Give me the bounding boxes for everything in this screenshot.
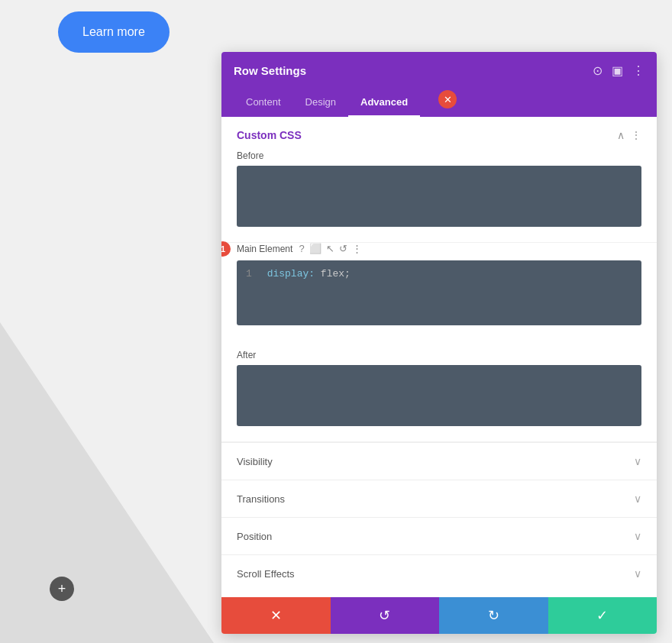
close-icon: ✕ — [444, 94, 452, 105]
undo-button[interactable]: ↺ — [331, 597, 440, 634]
transitions-title: Transitions — [237, 493, 285, 505]
before-css-input[interactable] — [237, 166, 641, 227]
chevron-down-icon: ∨ — [634, 455, 641, 467]
transitions-section[interactable]: Transitions ∨ — [221, 480, 657, 517]
code-value: flex; — [321, 268, 351, 279]
add-button[interactable]: + — [50, 577, 74, 601]
position-title: Position — [237, 531, 272, 542]
panel-header-icons: ⊙ ▣ ⋮ — [593, 63, 645, 78]
close-button[interactable]: ✕ — [438, 90, 457, 108]
reset-icon[interactable]: ↺ — [339, 243, 347, 254]
screenshot-icon[interactable]: ⊙ — [593, 63, 603, 78]
main-element-icons: ? ⬜ ↖ ↺ ⋮ — [299, 243, 361, 254]
tab-design[interactable]: Design — [293, 89, 348, 117]
redo-icon: ↻ — [488, 607, 499, 624]
main-element-header: 1 Main Element ? ⬜ ↖ ↺ ⋮ — [237, 243, 641, 254]
code-property: display: — [267, 268, 321, 279]
more-options-icon[interactable]: ⋮ — [352, 243, 362, 254]
line-number: 1 — [246, 268, 252, 279]
before-label: Before — [237, 150, 641, 161]
copy-icon[interactable]: ⬜ — [309, 243, 321, 254]
cursor-icon[interactable]: ↖ — [326, 243, 334, 254]
after-css-input[interactable] — [237, 365, 641, 426]
undo-icon: ↺ — [379, 607, 390, 624]
collapse-icon[interactable]: ∧ — [617, 129, 625, 141]
position-section[interactable]: Position ∨ — [221, 517, 657, 554]
background-shape — [0, 322, 214, 643]
tab-advanced[interactable]: Advanced — [348, 89, 420, 117]
panel-title: Row Settings — [234, 64, 306, 77]
chevron-down-icon: ∨ — [634, 567, 641, 580]
redo-button[interactable]: ↻ — [439, 597, 548, 634]
after-label: After — [237, 350, 641, 360]
cancel-icon: ✕ — [270, 607, 282, 624]
save-icon: ✓ — [596, 607, 608, 624]
plus-icon: + — [58, 581, 66, 597]
cancel-button[interactable]: ✕ — [221, 597, 331, 634]
main-element-label: Main Element — [237, 244, 292, 254]
options-icon[interactable]: ⋮ — [631, 129, 641, 141]
visibility-title: Visibility — [237, 456, 273, 467]
row-settings-panel: Row Settings ⊙ ▣ ⋮ Content Design Advanc… — [221, 52, 657, 634]
custom-css-title: Custom CSS — [237, 129, 302, 141]
chevron-down-icon: ∨ — [634, 493, 641, 505]
code-editor[interactable]: 1 display: flex; — [237, 260, 641, 325]
panel-body: Custom CSS ∧ ⋮ Before 1 Main Element ? ⬜… — [221, 117, 657, 597]
main-element-section: 1 Main Element ? ⬜ ↖ ↺ ⋮ 1 display: flex… — [221, 243, 657, 338]
scroll-effects-title: Scroll Effects — [237, 568, 295, 580]
learn-more-button[interactable]: Learn more — [58, 11, 170, 53]
panel-header: Row Settings ⊙ ▣ ⋮ — [221, 52, 657, 89]
chevron-down-icon: ∨ — [634, 530, 641, 542]
section-controls: ∧ ⋮ — [617, 129, 641, 141]
after-section: After — [221, 338, 657, 442]
custom-css-section: Custom CSS ∧ ⋮ Before — [221, 117, 657, 243]
visibility-section[interactable]: Visibility ∨ — [221, 442, 657, 480]
tab-content[interactable]: Content — [234, 89, 293, 117]
panel-footer: ✕ ↺ ↻ ✓ — [221, 597, 657, 634]
help-icon[interactable]: ? — [299, 243, 304, 254]
columns-icon[interactable]: ▣ — [612, 63, 623, 78]
scroll-effects-section[interactable]: Scroll Effects ∨ — [221, 554, 657, 592]
error-badge: 1 — [221, 241, 231, 257]
more-icon[interactable]: ⋮ — [632, 63, 645, 78]
custom-css-section-header: Custom CSS ∧ ⋮ — [237, 129, 641, 141]
save-button[interactable]: ✓ — [548, 597, 657, 634]
